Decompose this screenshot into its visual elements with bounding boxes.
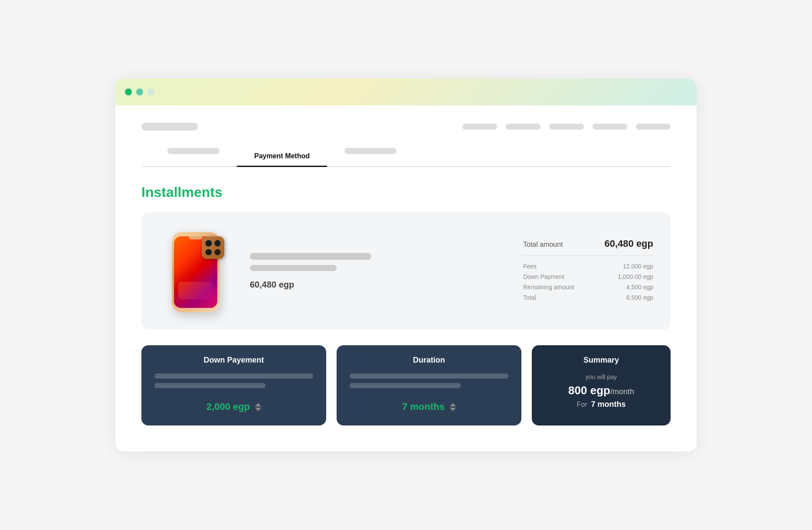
traffic-dot-close[interactable]	[125, 88, 132, 95]
app-window: Payment Method Installments	[115, 79, 697, 451]
down-payment-panel-title: Down Payement	[154, 356, 313, 365]
camera-lens-3	[205, 249, 212, 256]
dp-placeholder-1	[154, 373, 313, 379]
remaining-row: Remaining amount 4,500 egp	[523, 284, 653, 291]
nav-link-1	[462, 124, 497, 130]
total2-value: 6,500 egp	[626, 294, 653, 301]
summary-amount-value: 800 egp	[568, 384, 610, 397]
duration-value-row: 7 months	[350, 393, 508, 412]
main-content: Payment Method Installments	[115, 105, 697, 451]
down-payment-value: 1,000.00 egp	[618, 273, 653, 280]
tab-payment-method-label: Payment Method	[254, 152, 310, 160]
fees-value: 12,000 egp	[623, 263, 653, 270]
duration-up-arrow[interactable]	[450, 403, 456, 406]
iphone-notch	[189, 236, 203, 239]
tab-payment-method[interactable]: Payment Method	[237, 152, 327, 166]
camera-lens-2	[214, 240, 221, 247]
dur-placeholder-2	[350, 383, 461, 388]
checkout-tabs: Payment Method	[141, 148, 671, 167]
nav-links	[462, 124, 671, 130]
summary-for: For 7 months	[545, 400, 658, 409]
summary-for-label: For	[577, 401, 587, 408]
fees-row: Fees 12,000 egp	[523, 263, 653, 270]
camera-flash	[214, 249, 221, 256]
duration-panel: Duration 7 months	[337, 345, 521, 425]
dur-placeholder-1	[350, 373, 508, 379]
nav-link-4	[593, 124, 627, 130]
down-payment-panel: Down Payement 2,000 egp	[141, 345, 326, 425]
down-payment-row: Down Payment 1,000.00 egp	[523, 273, 653, 280]
product-price: 60,480 egp	[250, 280, 506, 290]
product-summary: Total amount 60,480 egp Fees 12,000 egp …	[523, 238, 653, 304]
product-sub-placeholder	[250, 265, 337, 271]
duration-down-arrow[interactable]	[450, 408, 456, 411]
bottom-panels: Down Payement 2,000 egp Duration 7 mont	[141, 345, 671, 425]
down-payment-down-arrow[interactable]	[255, 408, 261, 411]
duration-panel-value: 7 months	[402, 401, 445, 412]
down-payment-up-arrow[interactable]	[255, 403, 261, 406]
nav-logo-placeholder	[141, 123, 198, 131]
down-payment-stepper[interactable]	[255, 403, 261, 411]
traffic-dot-maximize[interactable]	[147, 88, 154, 95]
tab-placeholder-1	[167, 148, 219, 154]
camera-lens-1	[205, 240, 212, 247]
traffic-dot-minimize[interactable]	[136, 88, 143, 95]
total-amount-row: Total amount 60,480 egp	[523, 238, 653, 256]
nav-link-2	[506, 124, 540, 130]
product-image	[159, 226, 232, 317]
total2-row: Total 6,500 egp	[523, 294, 653, 301]
summary-panel-title: Summary	[545, 356, 658, 365]
remaining-label: Remaining amount	[523, 284, 574, 291]
camera-module	[202, 236, 224, 259]
nav-link-5	[636, 124, 671, 130]
down-payment-value-row: 2,000 egp	[154, 393, 313, 412]
tab-step-3[interactable]	[327, 148, 414, 166]
section-title: Installments	[141, 184, 671, 200]
summary-for-value: 7 months	[591, 400, 625, 409]
total2-label: Total	[523, 294, 536, 301]
tab-placeholder-3	[344, 148, 396, 154]
summary-amount: 800 egp/month	[545, 384, 658, 397]
down-payment-label: Down Payment	[523, 273, 564, 280]
summary-panel: Summary you will pay 800 egp/month For 7…	[532, 345, 671, 425]
product-info: 60,480 egp	[250, 253, 506, 290]
summary-per: /month	[610, 387, 634, 396]
navbar	[141, 123, 671, 131]
fees-label: Fees	[523, 263, 537, 270]
dp-placeholder-2	[154, 383, 265, 388]
tab-step-1[interactable]	[150, 148, 237, 166]
product-name-placeholder	[250, 253, 371, 260]
summary-sub-label: you will pay	[545, 373, 658, 380]
total-amount-label: Total amount	[523, 241, 563, 249]
titlebar	[115, 79, 697, 105]
remaining-value: 4,500 egp	[626, 284, 653, 291]
duration-panel-title: Duration	[350, 356, 508, 365]
duration-stepper[interactable]	[450, 403, 456, 411]
nav-link-3	[549, 124, 584, 130]
total-amount-value: 60,480 egp	[604, 238, 653, 249]
product-card: 60,480 egp Total amount 60,480 egp Fees …	[141, 213, 671, 330]
down-payment-panel-value: 2,000 egp	[206, 401, 250, 412]
